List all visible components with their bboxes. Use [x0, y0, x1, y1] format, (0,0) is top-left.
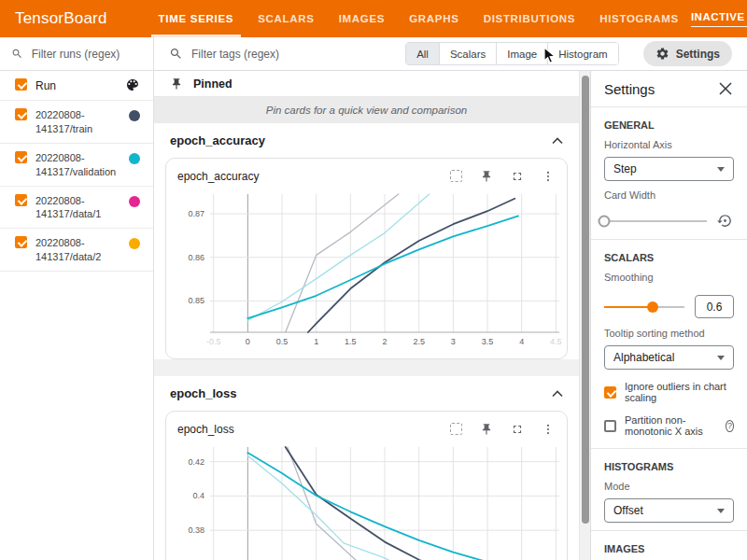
tooltip-sorting-select[interactable]: Alphabetical — [604, 345, 734, 370]
scalar-chart-epoch-accuracy[interactable]: -0.500.511.522.533.544.50.850.860.87 — [175, 190, 567, 351]
svg-text:2.5: 2.5 — [413, 337, 425, 346]
tags-toolbar: All Scalars Image Histogram Settings — [154, 37, 747, 71]
tab-images[interactable]: IMAGES — [327, 0, 398, 37]
run-row-data-2[interactable]: 20220808-141317/data/2 — [0, 229, 153, 272]
section-header-epoch-loss[interactable]: epoch_loss — [154, 376, 579, 411]
run-checkbox[interactable] — [15, 236, 27, 248]
run-label: 20220808-141317/data/1 — [35, 193, 120, 222]
fullscreen-icon[interactable] — [510, 422, 525, 437]
run-row-validation[interactable]: 20220808-141317/validation — [0, 144, 153, 187]
run-checkbox[interactable] — [15, 194, 27, 206]
filter-image-button[interactable]: Image — [497, 43, 548, 64]
run-checkbox[interactable] — [15, 151, 27, 163]
smoothing-slider-row — [604, 295, 734, 318]
horizontal-axis-select[interactable]: Step — [604, 157, 734, 181]
kebab-menu-icon[interactable] — [541, 422, 556, 437]
slider-thumb[interactable] — [647, 301, 658, 313]
histograms-section-title: HISTOGRAMS — [604, 461, 734, 472]
svg-text:0.42: 0.42 — [188, 457, 204, 467]
run-checkbox[interactable] — [15, 108, 27, 120]
kebab-menu-icon[interactable] — [541, 169, 556, 184]
tooltip-sorting-value: Alphabetical — [613, 351, 674, 364]
run-header-row[interactable]: Run — [0, 71, 153, 101]
svg-text:0.87: 0.87 — [188, 209, 204, 218]
divider — [591, 530, 747, 531]
chevron-up-icon[interactable] — [552, 390, 563, 398]
filter-tags-input[interactable] — [191, 48, 397, 61]
settings-panel-header: Settings — [604, 71, 734, 106]
settings-title: Settings — [604, 81, 655, 97]
filter-all-button[interactable]: All — [406, 43, 440, 64]
close-icon[interactable] — [717, 80, 734, 97]
histogram-mode-select[interactable]: Offset — [604, 498, 734, 523]
run-select-all-checkbox[interactable] — [15, 78, 27, 91]
run-row-train[interactable]: 20220808-141317/train — [0, 101, 153, 144]
help-icon[interactable]: ? — [726, 420, 734, 432]
svg-text:0: 0 — [246, 337, 250, 346]
chevron-down-icon — [717, 167, 725, 172]
cards-scrollbar[interactable] — [579, 71, 590, 560]
run-row-data-1[interactable]: 20220808-141317/data/1 — [0, 187, 153, 230]
tab-histograms[interactable]: HISTOGRAMS — [587, 0, 691, 37]
svg-text:4.5: 4.5 — [550, 337, 562, 346]
run-header-label: Run — [35, 77, 117, 93]
settings-button[interactable]: Settings — [643, 41, 732, 66]
ignore-outliers-checkbox[interactable] — [604, 386, 616, 399]
divider — [591, 239, 747, 240]
tab-distributions[interactable]: DISTRIBUTIONS — [472, 0, 588, 37]
scrollbar-thumb[interactable] — [582, 76, 589, 524]
reload-status-dropdown[interactable]: INACTIVE — [691, 11, 747, 27]
tab-time-series[interactable]: TIME SERIES — [147, 0, 247, 37]
divider — [591, 448, 747, 449]
settings-panel: Settings GENERAL Horizontal Axis Step Ca… — [590, 71, 747, 560]
fit-domain-icon[interactable] — [448, 422, 463, 437]
section-title: epoch_loss — [170, 386, 237, 400]
ignore-outliers-label: Ignore outliers in chart scaling — [625, 381, 734, 403]
reset-icon[interactable] — [717, 213, 734, 230]
partition-x-axis-row[interactable]: Partition non-monotonic X axis ? — [604, 414, 734, 437]
smoothing-slider[interactable] — [604, 306, 684, 308]
scalar-chart-epoch-loss[interactable]: -0.500.511.522.533.544.50.360.380.40.42 — [175, 443, 567, 560]
runs-sidebar: Run 20220808-141317/train 20220808-14131… — [0, 37, 154, 560]
tag-type-filter-group: All Scalars Image Histogram — [405, 42, 619, 65]
palette-icon[interactable] — [125, 77, 140, 92]
section-epoch-loss: epoch_loss epoch_loss — [154, 376, 579, 560]
svg-text:1.5: 1.5 — [345, 337, 357, 346]
images-section-title: IMAGES — [604, 543, 734, 554]
slider-thumb[interactable] — [599, 216, 611, 228]
ignore-outliers-row[interactable]: Ignore outliers in chart scaling — [604, 381, 734, 403]
tab-scalars[interactable]: SCALARS — [246, 0, 327, 37]
partition-x-axis-checkbox[interactable] — [604, 420, 616, 432]
gear-icon — [655, 47, 669, 61]
run-label: 20220808-141317/validation — [35, 150, 120, 179]
tooltip-sorting-label: Tooltip sorting method — [604, 328, 734, 339]
pin-card-icon[interactable] — [479, 422, 494, 437]
pinned-header: Pinned — [154, 71, 579, 97]
fit-domain-icon[interactable] — [448, 169, 463, 184]
scalar-card-epoch-accuracy: epoch_accuracy — [165, 158, 568, 359]
card-actions — [448, 422, 556, 437]
tensorboard-logo: TensorBoard — [15, 9, 107, 28]
chevron-up-icon[interactable] — [552, 137, 563, 145]
filter-runs-input[interactable] — [32, 48, 142, 61]
smoothing-label: Smoothing — [604, 272, 734, 283]
card-width-slider[interactable] — [604, 220, 707, 222]
card-width-label: Card Width — [604, 189, 734, 201]
card-actions — [448, 169, 556, 184]
svg-text:0.5: 0.5 — [276, 337, 289, 346]
filter-histogram-button[interactable]: Histogram — [548, 43, 617, 64]
svg-text:-0.5: -0.5 — [206, 337, 221, 346]
divider — [591, 106, 747, 107]
filter-tags-row — [169, 47, 405, 61]
pin-hint-banner: Pin cards for a quick view and compariso… — [154, 97, 579, 123]
pin-card-icon[interactable] — [479, 169, 494, 184]
tab-graphs[interactable]: GRAPHS — [397, 0, 471, 37]
svg-text:0.4: 0.4 — [192, 491, 204, 500]
fullscreen-icon[interactable] — [510, 169, 525, 184]
smoothing-value-input[interactable] — [695, 295, 734, 318]
svg-text:0.85: 0.85 — [188, 296, 204, 305]
section-header-epoch-accuracy[interactable]: epoch_accuracy — [154, 123, 579, 158]
partition-x-axis-label: Partition non-monotonic X axis — [625, 414, 715, 437]
card-title: epoch_loss — [177, 423, 448, 436]
filter-scalars-button[interactable]: Scalars — [440, 43, 497, 64]
